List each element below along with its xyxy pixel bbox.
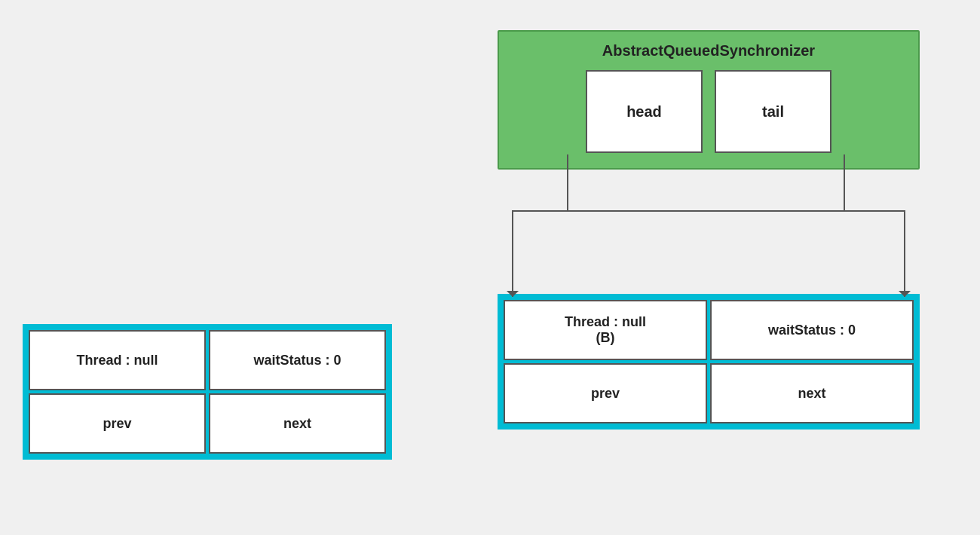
tail-to-nodeB-line [844, 154, 905, 297]
node-a-next: next [209, 393, 386, 454]
aqs-tail-field: tail [715, 70, 831, 153]
node-b-next: next [710, 363, 914, 423]
diagram-container: AbstractQueuedSynchronizer head tail Thr… [0, 0, 980, 535]
aqs-fields: head tail [511, 70, 906, 153]
node-a-thread: Thread : null [29, 330, 206, 390]
node-a-wrapper: Thread : null waitStatus : 0 prev next [23, 324, 392, 460]
node-b-wrapper: Thread : null(B) waitStatus : 0 prev nex… [498, 294, 920, 430]
node-b-thread: Thread : null(B) [504, 300, 707, 360]
aqs-box: AbstractQueuedSynchronizer head tail [498, 30, 920, 170]
aqs-title: AbstractQueuedSynchronizer [511, 42, 906, 60]
node-a: Thread : null waitStatus : 0 prev next [23, 324, 392, 460]
node-a-waitstatus: waitStatus : 0 [209, 330, 386, 390]
node-b-prev: prev [504, 363, 707, 423]
node-b-waitstatus: waitStatus : 0 [710, 300, 914, 360]
node-a-prev: prev [29, 393, 206, 454]
aqs-head-field: head [586, 70, 703, 153]
node-b: Thread : null(B) waitStatus : 0 prev nex… [498, 294, 920, 430]
head-to-nodeB-line [513, 154, 568, 297]
